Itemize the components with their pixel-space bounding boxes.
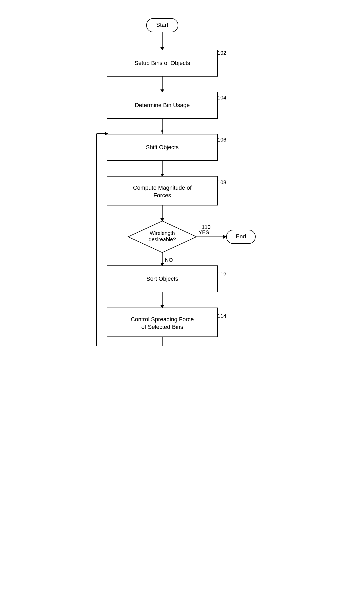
ref-110: 110 xyxy=(202,224,210,230)
ref-112: 112 xyxy=(218,272,226,277)
no-label: NO xyxy=(165,257,173,263)
node-108-line2: Forces xyxy=(153,192,171,199)
node-110-line2: desireable? xyxy=(149,237,176,242)
ref-104: 104 xyxy=(218,95,226,100)
ref-108: 108 xyxy=(218,179,226,185)
ref-114: 114 xyxy=(218,313,226,319)
node-112-label: Sort Objects xyxy=(146,275,178,282)
node-102-label: Setup Bins of Objects xyxy=(134,60,190,66)
node-106-label: Shift Objects xyxy=(146,144,179,150)
yes-label: YES xyxy=(199,229,209,235)
node-108-line1: Compute Magnitude of xyxy=(133,184,192,191)
node-110-line1: Wirelength xyxy=(150,230,175,236)
start-label: Start xyxy=(156,22,168,28)
node-104-label: Determine Bin Usage xyxy=(135,102,190,108)
flowchart: Start 102 Setup Bins of Objects 104 Dete… xyxy=(83,11,281,374)
ref-106: 106 xyxy=(218,137,226,143)
flowchart-svg: Start 102 Setup Bins of Objects 104 Dete… xyxy=(83,11,281,595)
end-label: End xyxy=(236,233,246,240)
node-114-line2: of Selected Bins xyxy=(141,324,183,330)
ref-102: 102 xyxy=(218,50,226,56)
node-114-line1: Control Spreading Force xyxy=(131,316,194,323)
svg-marker-17 xyxy=(223,235,226,239)
svg-marker-8 xyxy=(161,129,163,133)
